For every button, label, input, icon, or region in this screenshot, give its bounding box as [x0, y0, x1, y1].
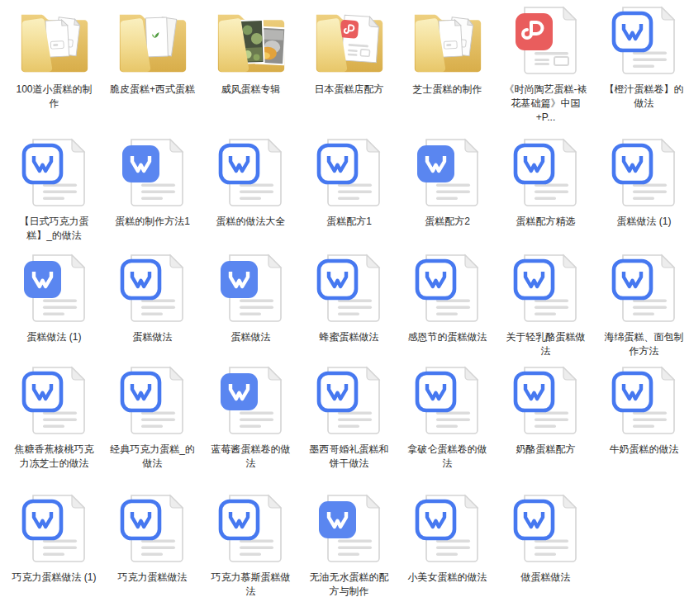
file-item[interactable]: 关于轻乳酪蛋糕做法	[497, 248, 595, 360]
file-name-label: 小美女蛋糕的做法	[408, 571, 487, 585]
file-item[interactable]: 感恩节的蛋糕做法	[398, 248, 497, 360]
file-name-label: 焦糖香蕉核桃巧克力冻芝士的做法	[12, 443, 97, 471]
file-item[interactable]: 墨西哥婚礼蛋糕和饼干做法	[300, 360, 398, 488]
file-item[interactable]: 蛋糕配方1	[300, 132, 398, 248]
file-item[interactable]: 100道小蛋糕的制作	[5, 0, 103, 132]
file-item[interactable]: 蛋糕的制作方法1	[103, 132, 202, 248]
file-name-label: 巧克力蛋糕做法	[118, 571, 188, 585]
file-name-label: 拿破仑蛋糕卷的做法	[405, 443, 491, 471]
word-outline-icon	[103, 360, 202, 439]
word-outline-icon	[398, 248, 497, 327]
word-outline-icon	[103, 488, 202, 567]
word-outline-icon	[497, 132, 595, 211]
file-name-label: 经典巧克力蛋糕_的做法	[110, 443, 196, 471]
word-solid-icon	[5, 248, 103, 327]
file-item[interactable]: 焦糖香蕉核桃巧克力冻芝士的做法	[5, 360, 103, 488]
word-outline-icon	[398, 488, 497, 567]
file-item[interactable]: 脆皮蛋糕+西式蛋糕	[103, 0, 202, 132]
file-item[interactable]: 巧克力蛋糕做法	[103, 488, 202, 616]
word-outline-icon	[497, 248, 595, 327]
file-item[interactable]: 拿破仑蛋糕卷的做法	[398, 360, 497, 488]
file-item[interactable]: 芝士蛋糕的制作	[398, 0, 497, 132]
file-item[interactable]: 日本蛋糕店配方	[300, 0, 398, 132]
file-name-label: 蛋糕配方精选	[516, 215, 576, 229]
word-solid-icon	[300, 488, 398, 567]
file-item[interactable]: 奶酪蛋糕配方	[497, 360, 595, 488]
file-name-label: 日本蛋糕店配方	[315, 83, 384, 97]
file-item[interactable]: 蛋糕做法 (1)	[595, 132, 689, 248]
file-name-label: 芝士蛋糕的制作	[413, 83, 482, 97]
word-outline-icon	[497, 488, 595, 567]
file-item[interactable]: 蛋糕配方精选	[497, 132, 595, 248]
folder-docs-icon	[5, 0, 103, 79]
file-name-label: 【日式巧克力蛋糕】_的做法	[12, 215, 97, 243]
file-explorer: 100道小蛋糕的制作 脆皮蛋糕+西式蛋糕	[0, 0, 689, 616]
word-outline-icon	[595, 0, 689, 79]
file-item[interactable]: 小美女蛋糕的做法	[398, 488, 497, 616]
file-item[interactable]: 蛋糕做法	[202, 248, 300, 360]
file-item[interactable]: 做蛋糕做法	[497, 488, 595, 616]
word-outline-icon	[595, 360, 689, 439]
file-item[interactable]: 海绵蛋糕、面包制作方法	[595, 248, 689, 360]
file-name-label: 牛奶蛋糕的做法	[610, 443, 679, 457]
word-outline-icon	[103, 248, 202, 327]
file-name-label: 感恩节的蛋糕做法	[408, 330, 487, 344]
file-name-label: 奶酪蛋糕配方	[516, 443, 576, 457]
file-name-label: 蛋糕的做法大全	[216, 215, 286, 229]
file-name-label: 蛋糕做法 (1)	[617, 215, 672, 229]
folder-photos-icon	[202, 0, 300, 79]
word-outline-icon	[300, 360, 398, 439]
file-name-label: 关于轻乳酪蛋糕做法	[503, 330, 589, 358]
word-solid-icon	[398, 132, 497, 211]
file-item[interactable]: 巧克力蛋糕做法 (1)	[5, 488, 103, 616]
word-solid-icon	[103, 132, 202, 211]
file-item[interactable]: 蛋糕做法 (1)	[5, 248, 103, 360]
file-name-label: 蛋糕做法 (1)	[27, 330, 82, 344]
file-name-label: 蜂蜜蛋糕做法	[320, 330, 379, 344]
word-solid-icon	[202, 248, 300, 327]
file-item[interactable]: 蜂蜜蛋糕做法	[300, 248, 398, 360]
file-item[interactable]: 《时尚陶艺蛋糕-裱花基础篇》中国+P...	[497, 0, 595, 132]
word-outline-icon	[5, 488, 103, 567]
file-name-label: 海绵蛋糕、面包制作方法	[601, 330, 687, 358]
word-outline-icon	[300, 132, 398, 211]
file-item[interactable]: 巧克力慕斯蛋糕做法	[202, 488, 300, 616]
word-outline-icon	[300, 248, 398, 327]
folder-pdf-icon	[300, 0, 398, 79]
file-name-label: 威风蛋糕专辑	[221, 83, 281, 97]
word-solid-icon	[202, 360, 300, 439]
file-item[interactable]: 蛋糕配方2	[398, 132, 497, 248]
file-item[interactable]: 蛋糕做法	[103, 248, 202, 360]
file-item[interactable]: 牛奶蛋糕的做法	[595, 360, 689, 488]
pdf-doc-icon	[497, 0, 595, 79]
file-name-label: 巧克力蛋糕做法 (1)	[12, 571, 97, 585]
file-name-label: 墨西哥婚礼蛋糕和饼干做法	[306, 443, 392, 471]
word-outline-icon	[5, 360, 103, 439]
word-outline-icon	[398, 360, 497, 439]
word-outline-icon	[202, 488, 300, 567]
file-name-label: 蛋糕做法	[133, 330, 173, 344]
file-item[interactable]: 经典巧克力蛋糕_的做法	[103, 360, 202, 488]
file-item[interactable]: 无油无水蛋糕的配方与制作	[300, 488, 398, 616]
file-item[interactable]: 【橙汁蛋糕卷】的做法	[595, 0, 689, 132]
word-outline-icon	[5, 132, 103, 211]
file-item[interactable]: 威风蛋糕专辑	[202, 0, 300, 132]
file-item[interactable]: 蓝莓酱蛋糕卷的做法	[202, 360, 300, 488]
file-item[interactable]: 蛋糕的做法大全	[202, 132, 300, 248]
file-name-label: 蛋糕的制作方法1	[115, 215, 190, 229]
word-outline-icon	[202, 132, 300, 211]
file-name-label: 蓝莓酱蛋糕卷的做法	[208, 443, 294, 471]
file-name-label: 【橙汁蛋糕卷】的做法	[601, 83, 687, 111]
file-name-label: 蛋糕做法	[231, 330, 271, 344]
file-name-label: 做蛋糕做法	[521, 571, 571, 585]
file-item[interactable]: 【日式巧克力蛋糕】_的做法	[5, 132, 103, 248]
file-name-label: 蛋糕配方2	[425, 215, 470, 229]
file-name-label: 《时尚陶艺蛋糕-裱花基础篇》中国+P...	[503, 83, 589, 125]
word-outline-icon	[595, 132, 689, 211]
file-name-label: 巧克力慕斯蛋糕做法	[208, 571, 294, 599]
folder-docs-icon	[398, 0, 497, 79]
word-outline-icon	[595, 248, 689, 327]
file-name-label: 脆皮蛋糕+西式蛋糕	[110, 83, 195, 97]
folder-card-icon	[103, 0, 202, 79]
word-outline-icon	[497, 360, 595, 439]
